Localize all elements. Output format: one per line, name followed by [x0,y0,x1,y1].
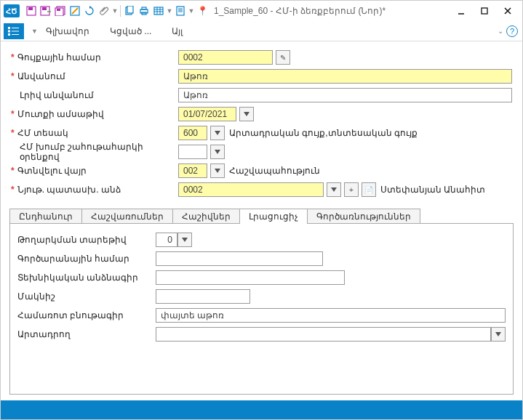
full-name-input[interactable] [178,88,512,102]
tabs: Ընդհանուր Հաշվառումներ Հաշիվներ Լրացուցի… [9,209,514,224]
row-short-desc: Համառոտ բնութագիր [17,307,506,324]
svg-rect-17 [8,27,10,29]
tab-additional[interactable]: Լրացուցիչ [239,209,308,224]
hm-type-label: ՀՄ տեսակ [17,128,68,138]
toolbar-separator [120,5,121,17]
document-dropdown-icon[interactable]: ▼ [188,4,195,18]
menu-main[interactable]: Գլխավոր [36,21,100,41]
manufacturer-input[interactable] [156,327,491,342]
row-location: *Գտնվելու վայր Հաշվապահություն [11,162,512,179]
svg-rect-9 [127,6,133,13]
tab-accountings[interactable]: Հաշվառումներ [81,209,173,224]
row-manufacturer: Արտադրող [17,326,506,343]
save-all-icon[interactable] [53,4,68,18]
responsible-dropdown[interactable] [327,182,341,197]
close-button[interactable] [496,2,519,20]
row-tech-passport: Տեխնիկական անձնագիր [17,269,506,286]
print-icon[interactable] [137,4,151,18]
tech-passport-input[interactable] [156,270,345,285]
name-input[interactable] [178,69,512,84]
table-icon[interactable] [151,4,166,18]
location-label: Գտնվելու վայր [17,166,87,176]
tab-operations[interactable]: Գործառնություններ [307,209,420,224]
row-factory-num: Գործարանային համար [17,250,506,267]
factory-num-input[interactable] [156,251,323,266]
titlebar: ՀԾ ▼ ▼ ▼ 📍 1_Sample_60 - ՀՄ-ի ձեռքբերում… [1,1,522,21]
hm-type-code-input[interactable] [178,126,207,140]
save-close-icon[interactable] [39,4,53,18]
table-dropdown-icon[interactable]: ▼ [166,4,173,18]
short-desc-label: Համառոտ բնութագիր [17,310,156,320]
save-icon[interactable] [24,4,39,18]
location-text: Հաշվապահություն [229,166,320,176]
responsible-add-button[interactable]: + [344,182,359,197]
row-hm-group: ՀՄ խումբ շահութահարկի օրենքով [11,143,512,161]
short-desc-input[interactable] [156,308,506,323]
required-marker: * [11,71,15,81]
row-brand: Մակնիշ [17,288,506,305]
location-dropdown[interactable] [210,163,225,178]
inventory-num-input[interactable] [178,50,273,65]
responsible-view-button[interactable]: 📄 [362,182,376,197]
svg-rect-13 [154,7,163,15]
menu-chevron-icon[interactable]: ⌄ [498,27,503,35]
svg-rect-19 [8,30,10,32]
svg-rect-21 [8,33,10,36]
help-icon[interactable]: ? [506,25,518,37]
release-year-label: Թողարկման տարեթիվ [17,235,156,245]
pin-icon[interactable]: 📍 [195,4,209,18]
row-responsible: *Նյութ. պատասխ. անձ + 📄 Ստեփանյան Անահիտ [11,181,512,198]
copy-icon[interactable] [122,4,137,18]
responsible-label: Նյութ. պատասխ. անձ [17,185,121,195]
manufacturer-dropdown[interactable] [491,327,506,342]
responsible-text: Ստեփանյան Անահիտ [380,185,485,195]
required-marker: * [11,166,15,176]
row-inventory-num: *Գույքային համար ✎ [11,49,512,66]
svg-rect-22 [12,34,19,35]
svg-rect-14 [177,7,184,15]
attach-dropdown-icon[interactable]: ▼ [111,4,119,18]
svg-rect-18 [12,28,19,28]
refresh-icon[interactable] [82,4,97,18]
brand-input[interactable] [156,289,250,304]
hm-group-dropdown[interactable] [210,145,225,159]
inventory-num-label: Գույքային համար [17,52,101,62]
menu-list-icon[interactable] [4,23,24,39]
row-release-year: Թողարկման տարեթիվ [17,231,506,249]
tech-passport-label: Տեխնիկական անձնագիր [17,272,156,283]
hm-group-input[interactable] [178,145,207,159]
hm-type-dropdown[interactable] [210,126,225,140]
document-icon[interactable] [173,4,188,18]
location-code-input[interactable] [178,163,207,178]
menubar: ▼ Գլխավոր Կցված ... Այլ ⌄ ? [1,21,522,41]
responsible-code-input[interactable] [178,182,324,197]
entry-date-label: Մուտքի ամսաթիվ [17,109,104,119]
tab-accounts[interactable]: Հաշիվներ [172,209,240,224]
tab-body: Թողարկման տարեթիվ Գործարանային համար Տեխ… [9,223,514,395]
maximize-button[interactable] [473,2,496,20]
entry-date-dropdown[interactable] [239,107,254,121]
release-year-dropdown[interactable] [177,233,192,247]
menu-ayl[interactable]: Այլ [161,21,193,41]
release-year-input[interactable] [156,233,177,247]
window-title: 1_Sample_60 - ՀՄ-ի ձեռքբերում (Նոր)* [214,6,386,16]
attach-icon[interactable] [97,4,111,18]
full-name-label: Լրիվ անվանում [20,90,94,100]
svg-rect-11 [142,7,146,9]
inventory-num-wand-icon[interactable]: ✎ [276,50,290,65]
row-entry-date: *Մուտքի ամսաթիվ [11,105,512,123]
required-marker: * [11,128,15,138]
svg-rect-16 [482,8,487,14]
svg-rect-6 [57,9,60,11]
form-area: *Գույքային համար ✎ *Անվանում Լրիվ անվանո… [1,41,522,203]
hm-group-label: ՀՄ խումբ շահութահարկի օրենքով [20,142,178,162]
minimize-button[interactable] [450,2,473,20]
entry-date-input[interactable] [178,107,236,121]
menu-kcvats[interactable]: Կցված ... [100,21,161,41]
required-marker: * [11,109,15,119]
edit-icon[interactable] [68,4,82,18]
row-full-name: Լրիվ անվանում [11,86,512,104]
tab-general[interactable]: Ընդհանուր [9,209,82,224]
row-name: *Անվանում [11,68,512,85]
svg-rect-1 [28,7,33,10]
